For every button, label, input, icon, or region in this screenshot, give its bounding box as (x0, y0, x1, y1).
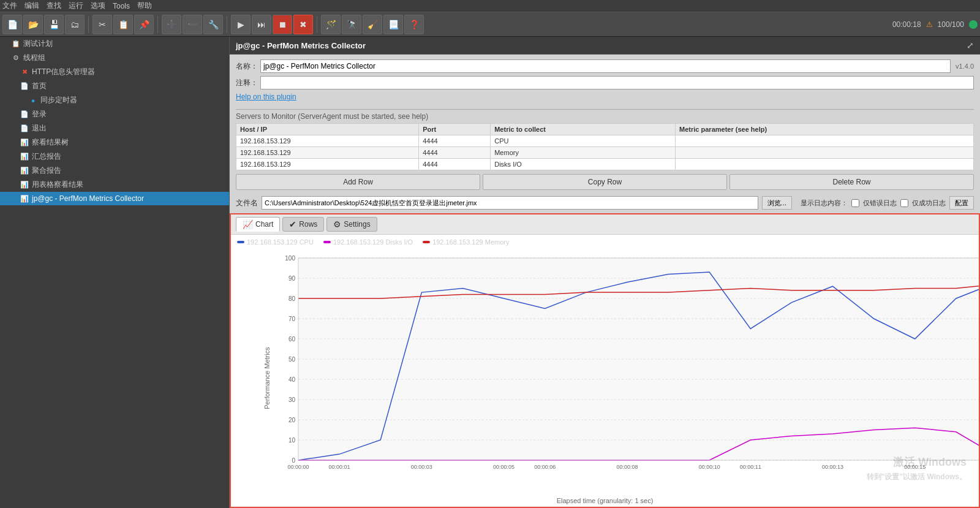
tableresult-icon: 📊 (20, 180, 29, 190)
sidebar: 📋 测试计划 ⚙ 线程组 ✖ HTTP信息头管理器 📄 首页 ● 同步定时器 📄… (0, 37, 230, 508)
sidebar-item-resulttree[interactable]: 📊 察看结果树 (0, 135, 229, 150)
error-only-label: 仅错误日志 (863, 199, 897, 208)
timer-area: 00:00:18 ⚠ 100/100 (892, 20, 978, 29)
menu-tools[interactable]: Tools (113, 2, 130, 10)
warning-icon: ⚠ (926, 20, 933, 29)
sidebar-item-aggregatereport[interactable]: 📊 聚合报告 (0, 164, 229, 178)
add-row-button[interactable]: Add Row (236, 174, 480, 190)
success-only-checkbox[interactable] (900, 199, 908, 207)
search-button[interactable]: 🔭 (342, 15, 361, 34)
tab-chart[interactable]: 📈 Chart (236, 217, 280, 232)
menu-file[interactable]: 文件 (2, 1, 17, 11)
display-log-label: 显示日志内容： (801, 199, 848, 208)
row-buttons: Add Row Copy Row Delete Row (236, 174, 974, 190)
main-layout: 📋 测试计划 ⚙ 线程组 ✖ HTTP信息头管理器 📄 首页 ● 同步定时器 📄… (0, 37, 980, 508)
delete-row-button[interactable]: Delete Row (729, 174, 974, 190)
tab-settings[interactable]: ⚙ Settings (326, 217, 377, 232)
broom-button[interactable]: 🧹 (363, 15, 382, 34)
summaryreport-icon: 📊 (20, 152, 29, 162)
sidebar-item-login[interactable]: 📄 登录 (0, 107, 229, 121)
menu-bar: 文件 编辑 查找 运行 选项 Tools 帮助 (0, 0, 980, 12)
step-button[interactable]: ⏭ (252, 15, 271, 34)
error-only-checkbox[interactable] (851, 199, 859, 207)
menu-edit[interactable]: 编辑 (24, 1, 39, 11)
open-button[interactable]: 📂 (23, 15, 43, 34)
sidebar-item-threadgroup[interactable]: ⚙ 线程组 (0, 51, 229, 65)
table-row[interactable]: 192.168.153.1294444Disks I/O (236, 159, 974, 170)
remove-button[interactable]: ➖ (183, 15, 202, 34)
comment-input[interactable] (260, 76, 974, 89)
new-button[interactable]: 📄 (2, 15, 22, 34)
cell-host: 192.168.153.129 (236, 135, 419, 147)
expand-icon[interactable]: ⤢ (967, 40, 974, 50)
menu-run[interactable]: 运行 (69, 1, 83, 11)
menu-find[interactable]: 查找 (47, 1, 61, 11)
chart-area: 📈 Chart ✔ Rows ⚙ Settings 192.168.153.12… (230, 213, 980, 508)
save-all-button[interactable]: 🗂 (65, 15, 85, 34)
add-button[interactable]: ➕ (162, 15, 181, 34)
svg-text:30: 30 (288, 396, 296, 403)
aggregatereport-icon: 📊 (20, 166, 29, 176)
sidebar-item-testplan[interactable]: 📋 测试计划 (0, 37, 229, 51)
sidebar-item-perfmon[interactable]: 📊 jp@gc - PerfMon Metrics Collector (0, 192, 229, 205)
sidebar-item-label: 察看结果树 (32, 137, 69, 148)
tab-rows[interactable]: ✔ Rows (282, 217, 324, 232)
sidebar-item-logout[interactable]: 📄 退出 (0, 121, 229, 135)
cell-port: 4444 (419, 135, 491, 147)
save-button[interactable]: 💾 (44, 15, 64, 34)
logout-icon: 📄 (20, 124, 29, 134)
toggle-button[interactable]: 🔧 (203, 15, 223, 34)
sidebar-item-timer[interactable]: ● 同步定时器 (0, 93, 229, 107)
svg-text:00:00:01: 00:00:01 (329, 464, 350, 470)
help-button[interactable]: ❓ (404, 15, 424, 34)
wand-button[interactable]: 🪄 (321, 15, 341, 34)
chart-svg: 010203040506070809010000:00:0000:00:0100… (268, 252, 980, 479)
content-panel: jp@gc - PerfMon Metrics Collector ⤢ 名称： … (230, 37, 980, 508)
sidebar-item-tableresult[interactable]: 📊 用表格察看结果 (0, 178, 229, 192)
report-button[interactable]: 📃 (383, 15, 403, 34)
menu-help[interactable]: 帮助 (137, 1, 152, 11)
help-link[interactable]: Help on this plugin (236, 93, 974, 101)
svg-text:00:00:15: 00:00:15 (904, 464, 925, 470)
paste-button[interactable]: 📌 (134, 15, 154, 34)
copy-row-button[interactable]: Copy Row (483, 174, 727, 190)
sidebar-item-label: 登录 (32, 109, 47, 119)
svg-text:40: 40 (288, 376, 296, 383)
svg-text:00:00:08: 00:00:08 (616, 464, 638, 470)
file-path-input[interactable] (262, 196, 758, 210)
sidebar-item-label: 首页 (32, 81, 47, 91)
httpheader-icon: ✖ (20, 67, 29, 77)
counter-display: 100/100 (938, 20, 964, 29)
col-host: Host / IP (236, 124, 419, 135)
cell-port: 4444 (419, 159, 491, 170)
copy-button[interactable]: 📋 (113, 15, 133, 34)
sidebar-item-label: 汇总报告 (32, 151, 61, 162)
table-row[interactable]: 192.168.153.1294444Memory (236, 147, 974, 159)
close-button[interactable]: ✖ (293, 15, 313, 34)
login-icon: 📄 (20, 110, 29, 119)
comment-row: 注释： (236, 76, 974, 89)
legend-cpu-label: 192.168.153.129 CPU (247, 238, 314, 246)
legend-memory: 192.168.153.129 Memory (423, 238, 509, 246)
legend-disk: 192.168.153.129 Disks I/O (323, 238, 413, 246)
cell-host: 192.168.153.129 (236, 147, 419, 159)
table-row[interactable]: 192.168.153.1294444CPU (236, 135, 974, 147)
version-label: v1.4.0 (956, 63, 974, 70)
sidebar-item-homepage[interactable]: 📄 首页 (0, 79, 229, 93)
stop-button[interactable]: ⏹ (273, 15, 292, 34)
svg-text:00:00:11: 00:00:11 (740, 464, 761, 470)
config-button[interactable]: 配置 (949, 196, 974, 210)
name-input[interactable] (260, 59, 951, 73)
sep2 (157, 16, 158, 33)
cut-button[interactable]: ✂ (92, 15, 112, 34)
server-section: Servers to Monitor (ServerAgent must be … (230, 109, 980, 194)
browse-button[interactable]: 浏览... (762, 196, 792, 210)
play-button[interactable]: ▶ (231, 15, 251, 34)
col-port: Port (419, 124, 491, 135)
sidebar-item-summaryreport[interactable]: 📊 汇总报告 (0, 150, 229, 164)
chart-tabs: 📈 Chart ✔ Rows ⚙ Settings (231, 214, 979, 235)
svg-text:100: 100 (285, 255, 295, 262)
menu-options[interactable]: 选项 (91, 1, 105, 11)
sidebar-item-httpheader[interactable]: ✖ HTTP信息头管理器 (0, 65, 229, 79)
sep3 (227, 16, 227, 33)
